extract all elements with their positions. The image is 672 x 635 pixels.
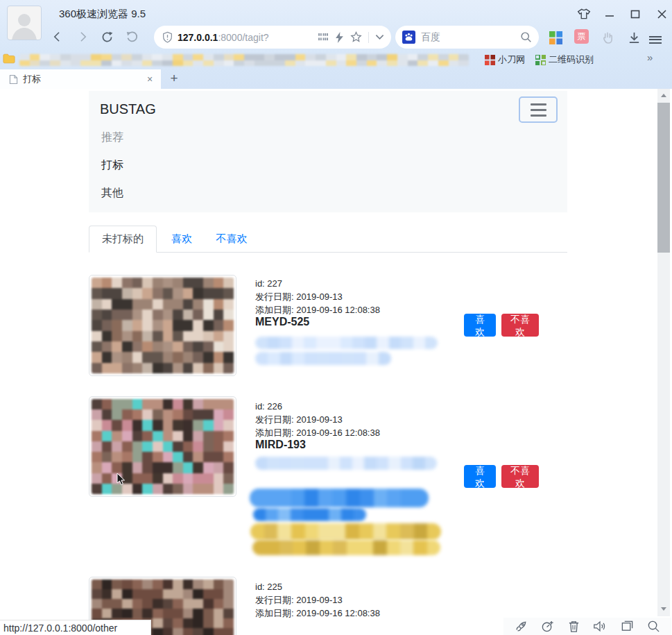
scrollbar-up-button[interactable] <box>657 89 670 101</box>
nav-item-tagging[interactable]: 打标 <box>101 158 123 173</box>
blurred-tags[interactable] <box>250 523 441 540</box>
bookmarks-overflow-button[interactable]: » <box>647 51 653 63</box>
bookmarks-folder-button[interactable] <box>3 53 15 67</box>
dislike-button[interactable]: 不喜欢 <box>501 314 539 337</box>
url-path: :8000/tagit? <box>218 32 268 43</box>
blurred-tags[interactable] <box>253 508 366 521</box>
person-silhouette-icon <box>10 10 38 40</box>
back-icon <box>51 30 64 44</box>
back-button[interactable] <box>49 28 67 46</box>
browser-window: 360极速浏览器 9.5 <box>0 0 672 635</box>
page-icon <box>9 74 18 85</box>
url-host: 127.0.0.1 <box>178 32 218 43</box>
baidu-paw-icon <box>402 31 415 44</box>
bookmark-qr-recognize[interactable]: 二维码识别 <box>535 53 594 67</box>
minimize-icon <box>605 10 614 18</box>
qr-green-favicon <box>535 55 546 65</box>
search-engine-label: 百度 <box>421 31 520 44</box>
address-bar[interactable]: 127.0.0.1:8000/tagit? <box>154 26 391 49</box>
item-added-date: 添加日期: 2019-09-16 12:08:38 <box>255 607 380 620</box>
user-avatar[interactable] <box>7 6 42 40</box>
refresh-button[interactable] <box>98 28 116 46</box>
item-thumbnail[interactable] <box>89 396 236 497</box>
folder-icon <box>3 53 15 64</box>
boost-rocket-icon[interactable] <box>515 620 528 633</box>
blurred-tags[interactable] <box>252 540 440 555</box>
main-menu-button[interactable] <box>649 29 666 46</box>
site-security-shield-icon <box>162 31 173 43</box>
tab-untagged[interactable]: 未打标的 <box>89 226 157 253</box>
site-brand[interactable]: BUSTAG <box>100 101 156 117</box>
app-market-button[interactable] <box>547 29 564 46</box>
minimize-button[interactable] <box>601 6 619 22</box>
blurred-cover-image <box>92 278 234 373</box>
lightning-icon <box>335 32 344 43</box>
refresh-icon <box>100 30 114 44</box>
undo-icon <box>125 30 139 44</box>
bookmark-xiaodao[interactable]: 小刀网 <box>485 53 525 67</box>
like-button[interactable]: 喜欢 <box>464 465 496 488</box>
item-code: MIRD-193 <box>255 439 306 451</box>
dislike-button[interactable]: 不喜欢 <box>501 465 539 488</box>
speed-mode-button[interactable] <box>335 32 344 43</box>
window-title: 360极速浏览器 9.5 <box>59 8 146 21</box>
new-tab-button[interactable]: + <box>165 69 183 87</box>
blurred-tags[interactable] <box>255 352 391 365</box>
zoom-search-icon[interactable] <box>647 620 660 633</box>
speaker-icon[interactable] <box>593 620 607 633</box>
tab-dislike[interactable]: 不喜欢 <box>205 226 258 253</box>
item-id: id: 227 <box>255 277 282 290</box>
close-window-button[interactable] <box>653 6 671 22</box>
navbar-toggler-button[interactable] <box>519 96 558 123</box>
qr-code-icon <box>318 33 329 42</box>
site-navbar: BUSTAG 推荐 打标 其他 <box>89 91 567 212</box>
bookmark-label: 小刀网 <box>498 53 525 66</box>
close-icon <box>657 10 666 19</box>
blurred-tags[interactable] <box>255 457 437 470</box>
bookmark-label: 二维码识别 <box>549 53 594 66</box>
app-grid-icon <box>549 31 562 44</box>
trash-icon[interactable] <box>568 620 580 633</box>
tab-like[interactable]: 喜欢 <box>161 226 203 253</box>
session-restore-button[interactable] <box>123 28 141 46</box>
xiaodao-favicon <box>485 55 495 65</box>
hamburger-icon <box>649 36 662 37</box>
hand-icon <box>602 31 614 44</box>
gesture-plugin-button[interactable] <box>599 29 616 46</box>
hamburger-icon <box>531 103 546 105</box>
bottom-toolbar <box>503 618 671 635</box>
scrollbar-thumb[interactable] <box>657 103 670 253</box>
theme-skin-button[interactable] <box>575 6 593 22</box>
search-icon[interactable] <box>520 31 532 43</box>
download-icon <box>628 31 641 44</box>
item-release-date: 发行日期: 2019-09-13 <box>255 413 343 426</box>
mouse-cursor <box>117 473 126 486</box>
scrollbar-down-button[interactable] <box>657 602 670 615</box>
item-thumbnail[interactable] <box>89 275 236 376</box>
item-id: id: 226 <box>255 400 282 413</box>
split-window-icon[interactable] <box>621 620 634 633</box>
tab-close-button[interactable]: × <box>144 74 155 85</box>
nav-item-other[interactable]: 其他 <box>101 186 123 201</box>
download-manager-button[interactable] <box>626 29 642 46</box>
nav-item-recommend[interactable]: 推荐 <box>101 130 123 145</box>
blurred-bookmarks[interactable] <box>19 54 469 66</box>
url-text: 127.0.0.1:8000/tagit? <box>178 32 269 43</box>
ticket-plugin-button[interactable]: 票 <box>574 29 589 44</box>
url-dropdown-button[interactable] <box>375 34 384 40</box>
maximize-button[interactable] <box>626 6 644 22</box>
tshirt-icon <box>577 8 591 20</box>
triangle-down-icon <box>661 607 666 611</box>
blurred-tags[interactable] <box>250 489 429 507</box>
like-button[interactable]: 喜欢 <box>464 314 496 337</box>
web-page: BUSTAG 推荐 打标 其他 未打标的 喜欢 不喜欢 id: 227 发行日期… <box>0 89 657 635</box>
search-box[interactable]: 百度 <box>395 26 539 49</box>
forward-button[interactable] <box>74 28 92 46</box>
favorite-star-button[interactable] <box>350 31 362 43</box>
browser-tab[interactable]: 打标 × <box>0 69 161 89</box>
status-url-box: http://127.0.0.1:8000/other <box>0 620 151 635</box>
qr-code-button[interactable] <box>318 33 329 42</box>
speed-gauge-icon[interactable] <box>541 620 554 633</box>
status-link-url: http://127.0.0.1:8000/other <box>3 623 117 634</box>
blurred-tags[interactable] <box>255 337 438 349</box>
